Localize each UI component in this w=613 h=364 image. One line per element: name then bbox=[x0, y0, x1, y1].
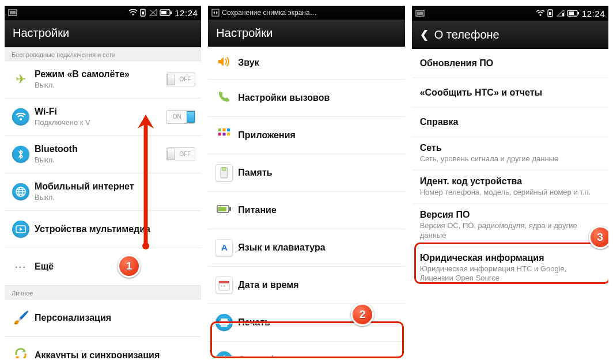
sim-icon bbox=[547, 9, 554, 17]
row-tell-htc[interactable]: «Сообщить HTC» и отчеты bbox=[412, 78, 608, 108]
svg-rect-18 bbox=[218, 132, 221, 135]
svg-rect-15 bbox=[218, 128, 221, 131]
svg-rect-16 bbox=[223, 128, 226, 131]
svg-rect-34 bbox=[417, 12, 423, 15]
brush-icon: 🖌️ bbox=[13, 310, 29, 325]
wifi-icon bbox=[536, 10, 545, 17]
signal-icon bbox=[149, 9, 157, 16]
screen-3-about-phone: 12:24 ❮ О телефоне Обновления ПО «Сообщи… bbox=[412, 6, 608, 358]
settings-list[interactable]: Звук Настройки вызовов Приложения Память… bbox=[208, 47, 404, 358]
row-call-settings[interactable]: Настройки вызовов bbox=[208, 79, 404, 117]
svg-rect-24 bbox=[229, 207, 231, 211]
airplane-icon: ✈ bbox=[16, 72, 26, 87]
row-legal-info[interactable]: Юридическая информация Юридическая инфор… bbox=[412, 247, 608, 290]
battery-icon bbox=[567, 10, 580, 17]
row-mobile-data[interactable]: Мобильный интернет Выкл. bbox=[5, 173, 201, 211]
bluetooth-toggle[interactable]: OFF bbox=[167, 147, 195, 161]
back-icon[interactable]: ❮ bbox=[420, 28, 429, 41]
row-power[interactable]: Питание bbox=[208, 192, 404, 229]
header-about[interactable]: ❮ О телефоне bbox=[412, 21, 608, 49]
language-icon: A bbox=[215, 239, 233, 256]
wifi-icon bbox=[128, 9, 138, 16]
apps-icon bbox=[218, 128, 230, 143]
row-media-devices[interactable]: Устройства мультимедиа bbox=[5, 211, 201, 248]
svg-rect-20 bbox=[227, 132, 230, 135]
more-icon: ⋯ bbox=[14, 260, 27, 274]
svg-rect-40 bbox=[578, 12, 579, 14]
screen-2-settings-scrolled: Сохранение снимка экрана… Настройки Звук… bbox=[208, 6, 404, 358]
sync-icon bbox=[13, 347, 28, 358]
row-bluetooth[interactable]: Bluetooth Выкл. OFF bbox=[5, 136, 201, 173]
statusbar: 12:24 bbox=[412, 6, 608, 21]
svg-rect-30 bbox=[221, 318, 228, 321]
svg-point-35 bbox=[539, 14, 541, 16]
notification-icon bbox=[415, 9, 426, 17]
svg-rect-22 bbox=[222, 168, 226, 170]
svg-rect-29 bbox=[224, 285, 225, 287]
row-accounts-sync[interactable]: Аккаунты и синхронизация bbox=[5, 337, 201, 358]
screen-1-settings: 12:24 Настройки Беспроводные подключения… bbox=[5, 6, 201, 358]
row-more[interactable]: ⋯ Ещё bbox=[5, 248, 201, 286]
sound-icon bbox=[217, 55, 231, 70]
row-about-phone[interactable]: i О телефоне bbox=[208, 342, 404, 358]
globe-icon bbox=[12, 183, 29, 200]
section-personal: Личное bbox=[5, 286, 201, 299]
notification-icon bbox=[8, 9, 18, 17]
signal-icon bbox=[557, 10, 565, 17]
svg-point-8 bbox=[20, 117, 22, 120]
phone-icon bbox=[217, 90, 231, 106]
status-notification-text: Сохранение снимка экрана… bbox=[222, 9, 401, 17]
wifi-icon bbox=[12, 108, 29, 126]
about-list[interactable]: Обновления ПО «Сообщить HTC» и отчеты Сп… bbox=[412, 49, 608, 358]
status-time: 12:24 bbox=[582, 9, 605, 18]
info-icon: i bbox=[215, 351, 233, 358]
svg-rect-19 bbox=[223, 132, 226, 135]
svg-rect-4 bbox=[142, 12, 144, 14]
svg-rect-41 bbox=[569, 12, 574, 15]
section-wireless: Беспроводные подключения и сети bbox=[5, 47, 201, 61]
status-time: 12:24 bbox=[175, 8, 198, 18]
row-software-version[interactable]: Версия ПО Версия ОС, ПО, радиомодуля, яд… bbox=[412, 204, 608, 247]
row-storage[interactable]: Память bbox=[208, 154, 404, 192]
battery-icon bbox=[217, 205, 232, 215]
svg-rect-7 bbox=[161, 11, 167, 14]
row-network[interactable]: Сеть Сеть, уровень сигнала и другие данн… bbox=[412, 137, 608, 170]
sim-icon bbox=[140, 9, 147, 17]
storage-icon bbox=[215, 164, 233, 181]
row-apps[interactable]: Приложения bbox=[208, 117, 404, 154]
svg-rect-27 bbox=[219, 281, 229, 283]
header-title: Настройки bbox=[208, 20, 404, 46]
row-airplane-mode[interactable]: ✈ Режим «В самолёте» Выкл. OFF bbox=[5, 61, 201, 98]
row-wifi[interactable]: Wi-Fi Подключено к V ON bbox=[5, 98, 201, 136]
media-icon bbox=[12, 221, 29, 238]
svg-rect-1 bbox=[10, 11, 16, 14]
print-icon bbox=[215, 314, 233, 331]
airplane-toggle[interactable]: OFF bbox=[167, 73, 195, 86]
row-software-updates[interactable]: Обновления ПО bbox=[412, 49, 608, 78]
svg-point-2 bbox=[133, 14, 134, 16]
row-print[interactable]: Печать bbox=[208, 304, 404, 342]
wifi-toggle[interactable]: ON bbox=[167, 110, 195, 124]
statusbar: 12:24 bbox=[5, 6, 201, 20]
row-help[interactable]: Справка bbox=[412, 108, 608, 137]
header-title: Настройки bbox=[5, 20, 201, 47]
settings-list[interactable]: Беспроводные подключения и сети ✈ Режим … bbox=[5, 47, 201, 358]
row-personalization[interactable]: 🖌️ Персонализация bbox=[5, 299, 201, 337]
svg-rect-17 bbox=[227, 128, 230, 131]
calendar-icon bbox=[215, 276, 233, 294]
statusbar: Сохранение снимка экрана… bbox=[208, 6, 404, 20]
svg-rect-37 bbox=[549, 12, 551, 15]
svg-rect-6 bbox=[171, 12, 172, 14]
row-language-keyboard[interactable]: A Язык и клавиатура bbox=[208, 229, 404, 267]
row-hardware-id[interactable]: Идент. код устройства Номер телефона, мо… bbox=[412, 170, 608, 204]
bluetooth-icon bbox=[12, 146, 29, 163]
screenshot-icon bbox=[211, 9, 220, 17]
svg-rect-25 bbox=[218, 207, 226, 211]
row-date-time[interactable]: Дата и время bbox=[208, 267, 404, 304]
svg-rect-38 bbox=[562, 13, 564, 16]
svg-rect-32 bbox=[221, 324, 227, 327]
row-sound[interactable]: Звук bbox=[208, 47, 404, 79]
svg-rect-28 bbox=[221, 285, 222, 287]
battery-icon bbox=[160, 9, 172, 16]
svg-rect-14 bbox=[212, 9, 219, 16]
